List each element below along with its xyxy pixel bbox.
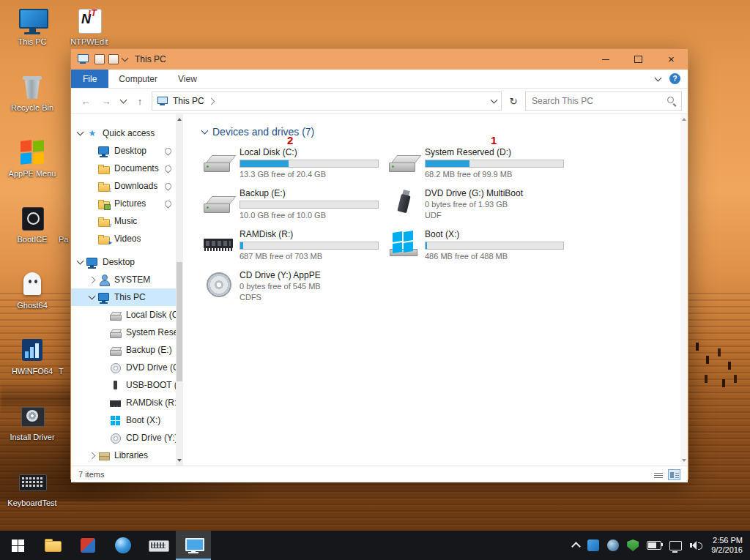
desktop-icon-this-pc[interactable]: This PC	[7, 6, 57, 47]
taskbar-app-browser[interactable]	[105, 531, 141, 560]
back-button[interactable]	[77, 92, 94, 110]
desktop: This PCNTPWEditRecycle BinAppPE MenuBoot…	[0, 0, 750, 560]
close-button[interactable]	[655, 49, 688, 70]
nav-item-backup-e[interactable]: Backup (E:)	[71, 341, 176, 359]
ribbon-tab-file[interactable]: File	[71, 70, 108, 88]
qat-new-folder-icon[interactable]	[108, 54, 119, 64]
desktop-icon-label: Ghost64	[7, 301, 57, 310]
nav-item-music[interactable]: ♪Music	[71, 212, 176, 230]
nav-item-pictures[interactable]: Pictures	[71, 195, 176, 212]
taskbar-app-on-screen-keyboard[interactable]	[141, 531, 176, 560]
drive-tile-ramdisk-r[interactable]: RAMDisk (R:)687 MB free of 703 MB	[202, 229, 384, 270]
start-button[interactable]	[0, 531, 35, 560]
address-box[interactable]: This PC	[152, 92, 502, 111]
nav-item-cd-drive-y-apppe[interactable]: CD Drive (Y:) AppPE	[71, 429, 176, 447]
nav-scrollbar-thumb[interactable]	[177, 262, 182, 381]
group-collapse-chevron-icon[interactable]	[201, 127, 209, 135]
taskbar-clock[interactable]: 2:56 PM 9/2/2016	[711, 536, 743, 555]
nav-item-boot-x[interactable]: Boot (X:)	[71, 411, 176, 429]
desktop-icon-label: Install Driver	[7, 433, 57, 442]
ribbon-tab-view[interactable]: View	[168, 70, 207, 88]
nav-item-dvd-drive-g[interactable]: DVD Drive (G:)	[71, 359, 176, 376]
expand-chevron-icon[interactable]	[74, 261, 86, 264]
nav-item-label: Videos	[114, 234, 141, 244]
search-input[interactable]	[530, 95, 667, 107]
desktop-icon-keyboardtest[interactable]: KeyboardTest	[7, 467, 57, 508]
address-dropdown-chevron-icon[interactable]	[491, 97, 498, 104]
help-icon[interactable]	[669, 73, 680, 84]
minimize-button[interactable]	[589, 49, 622, 70]
qat-properties-icon[interactable]	[94, 54, 105, 64]
scroll-up-icon[interactable]	[177, 118, 182, 121]
drive-tile-system-reserved-d[interactable]: 1System Reserved (D:)68.2 MB free of 99.…	[387, 147, 569, 188]
nav-item-system-reserved-d[interactable]: System Reserved (D:)	[71, 324, 176, 341]
nav-item-downloads[interactable]: ↓Downloads	[71, 177, 176, 195]
nav-item-videos[interactable]: ▸Videos	[71, 230, 176, 247]
star-icon: ★	[86, 127, 99, 139]
desktop-icon-ntpwedit[interactable]: NTPWEdit	[64, 6, 114, 47]
nav-item-label: DVD Drive (G:)	[126, 362, 176, 373]
search-icon[interactable]	[667, 96, 677, 106]
ribbon-expand-chevron-icon[interactable]	[655, 74, 662, 81]
hidden-icons-chevron-icon[interactable]	[571, 542, 581, 551]
expand-chevron-icon[interactable]	[74, 132, 86, 135]
tray-app-icon[interactable]	[587, 540, 599, 551]
nav-scrollbar[interactable]	[176, 114, 183, 466]
nav-item-documents[interactable]: Documents	[71, 160, 176, 177]
large-icons-view-button[interactable]	[668, 469, 680, 480]
status-items-count: 7 items	[78, 470, 104, 479]
desktop-icon-bootice[interactable]: BootICE	[7, 204, 57, 244]
nav-item-ramdisk-r[interactable]: RAMDisk (R:)	[71, 394, 176, 411]
maximize-button[interactable]	[622, 49, 655, 70]
drive-tile-local-disk-c[interactable]: 2Local Disk (C:)13.3 GB free of 20.4 GB	[202, 147, 384, 188]
scroll-down-icon[interactable]	[177, 459, 182, 462]
desktop-icon-label: This PC	[7, 37, 57, 47]
details-view-button[interactable]	[653, 469, 665, 480]
desktop-icon-install-driver[interactable]: Install Driver	[7, 401, 57, 442]
nav-item-libraries[interactable]: Libraries	[71, 447, 176, 464]
window-system-icon[interactable]	[77, 53, 90, 65]
refresh-button[interactable]	[505, 92, 522, 110]
taskbar-app-utility[interactable]	[70, 531, 105, 560]
desktop-icon-apppe-menu[interactable]: AppPE Menu	[7, 138, 57, 179]
volume-icon[interactable]	[690, 540, 703, 550]
group-header[interactable]: Devices and drives (7)	[202, 126, 688, 138]
expand-chevron-icon[interactable]	[86, 296, 97, 299]
win-drive-icon	[387, 229, 420, 258]
breadcrumb[interactable]: This PC	[173, 96, 204, 106]
drive-tile-boot-x[interactable]: Boot (X:)486 MB free of 488 MB	[387, 229, 569, 270]
ethernet-icon[interactable]	[669, 541, 682, 550]
desktop-icon-ghost64[interactable]: Ghost64	[7, 269, 57, 310]
nav-item-desktop[interactable]: Desktop	[71, 253, 176, 271]
expand-chevron-icon[interactable]	[86, 277, 97, 283]
desktop-icon-hwinfo64[interactable]: HWiNFO64	[7, 335, 57, 376]
nav-item-desktop[interactable]: Desktop	[71, 142, 176, 160]
titlebar[interactable]: This PC	[71, 49, 688, 70]
drive-tile-cd-drive-y-apppe[interactable]: CD Drive (Y:) AppPE0 bytes free of 545 M…	[202, 270, 384, 311]
nav-item-quick-access[interactable]: ★Quick access	[71, 124, 176, 142]
breadcrumb-chevron-icon[interactable]	[207, 97, 215, 105]
taskbar-app-file-explorer[interactable]	[35, 531, 70, 560]
scroll-down-icon[interactable]	[682, 459, 686, 462]
up-button[interactable]	[131, 92, 149, 110]
qat-customize-chevron-icon[interactable]	[122, 55, 129, 62]
content-scrollbar[interactable]	[680, 114, 688, 466]
battery-icon[interactable]	[647, 541, 661, 550]
nav-item-local-disk-c[interactable]: Local Disk (C:)	[71, 306, 176, 324]
desktop-icon-recycle-bin[interactable]: Recycle Bin	[7, 72, 57, 113]
capacity-bar-fill	[426, 242, 427, 249]
forward-button[interactable]	[97, 92, 115, 110]
security-shield-icon[interactable]	[627, 540, 639, 551]
taskbar-app-this-pc-window[interactable]	[176, 531, 211, 560]
scroll-up-icon[interactable]	[682, 118, 686, 121]
nav-item-system[interactable]: SYSTEM	[71, 271, 176, 288]
expand-chevron-icon[interactable]	[86, 453, 97, 458]
recent-locations-chevron-icon[interactable]	[118, 92, 128, 110]
nav-item-this-pc[interactable]: This PC	[71, 288, 176, 306]
pin-icon	[163, 164, 173, 173]
drive-tile-dvd-drive-g-multiboot[interactable]: DVD Drive (G:) MultiBoot0 bytes free of …	[387, 188, 569, 229]
drive-tile-backup-e[interactable]: Backup (E:)10.0 GB free of 10.0 GB	[202, 188, 384, 229]
network-globe-icon[interactable]	[607, 540, 619, 551]
nav-item-usb-boot-h[interactable]: USB-BOOT (H:)	[71, 376, 176, 394]
ribbon-tab-computer[interactable]: Computer	[108, 70, 168, 88]
